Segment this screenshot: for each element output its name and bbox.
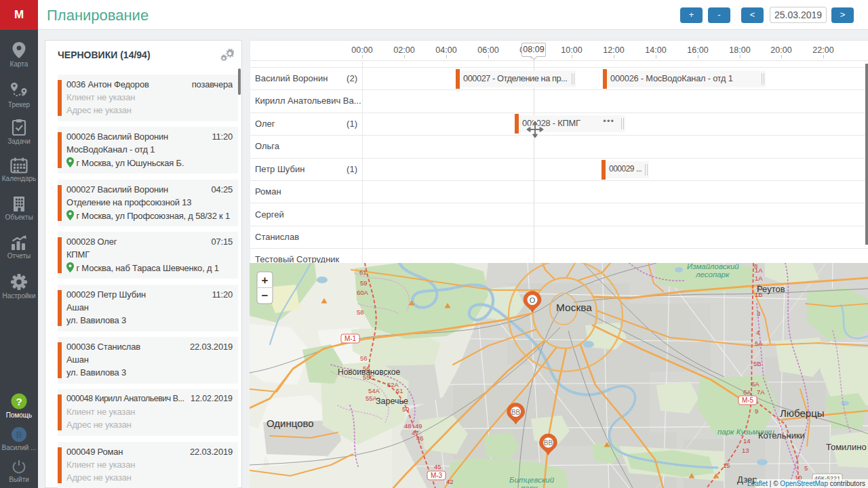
svg-text:8: 8 [754,263,757,270]
svg-text:М-1: М-1 [344,335,357,342]
svg-text:60А: 60А [357,289,369,296]
svg-text:Leaflet | © OpenStreetMap cont: Leaflet | © OpenStreetMap contributors [747,480,865,487]
svg-text:58: 58 [357,308,364,316]
svg-text:61: 61 [359,268,367,276]
svg-text:15: 15 [723,462,730,469]
svg-text:46: 46 [416,434,424,442]
svg-text:48: 48 [404,422,412,430]
svg-text:7А: 7А [757,388,765,396]
svg-text:Томилино: Томилино [826,442,867,452]
svg-text:6А: 6А [743,388,751,396]
svg-text:парк: парк [521,484,538,488]
svg-text:4: 4 [756,329,760,336]
svg-text:42: 42 [446,478,454,485]
svg-text:54А: 54А [368,387,380,394]
svg-text:Реутов: Реутов [757,284,785,294]
svg-text:3: 3 [757,310,760,317]
svg-text:М-3: М-3 [431,472,443,479]
svg-text:5: 5 [804,464,808,472]
svg-text:BB: BB [544,439,553,447]
svg-text:Измайловский: Измайловский [687,263,739,270]
svg-text:BB: BB [511,409,521,416]
svg-text:5А: 5А [755,340,763,347]
svg-text:O: O [530,296,536,304]
svg-text:1А: 1А [755,274,763,282]
svg-text:6А: 6А [751,380,760,388]
svg-text:Заречье: Заречье [376,396,408,406]
svg-text:Битцевский: Битцевский [509,476,555,484]
svg-text:парк Кузьминки: парк Кузьминки [717,428,775,436]
svg-text:45: 45 [434,463,441,470]
svg-text:51: 51 [396,387,403,394]
svg-text:59: 59 [360,279,368,287]
svg-text:56: 56 [360,354,368,362]
svg-text:−: − [262,289,269,302]
svg-text:13: 13 [742,447,749,454]
svg-text:?: ? [16,396,22,407]
svg-text:5В: 5В [753,360,762,367]
svg-text:Одинцово: Одинцово [267,418,314,429]
svg-text:B: B [16,430,22,440]
svg-text:Новоивановское: Новоивановское [338,367,400,377]
svg-text:лесопарк: лесопарк [695,270,730,279]
svg-text:9: 9 [755,407,758,415]
svg-text:Москва: Москва [556,302,592,313]
svg-text:14: 14 [743,437,751,445]
svg-text:М-5: М-5 [742,396,754,404]
svg-text:Люберцы: Люберцы [780,407,825,419]
svg-text:50: 50 [402,405,410,413]
svg-text:+: + [262,274,269,287]
